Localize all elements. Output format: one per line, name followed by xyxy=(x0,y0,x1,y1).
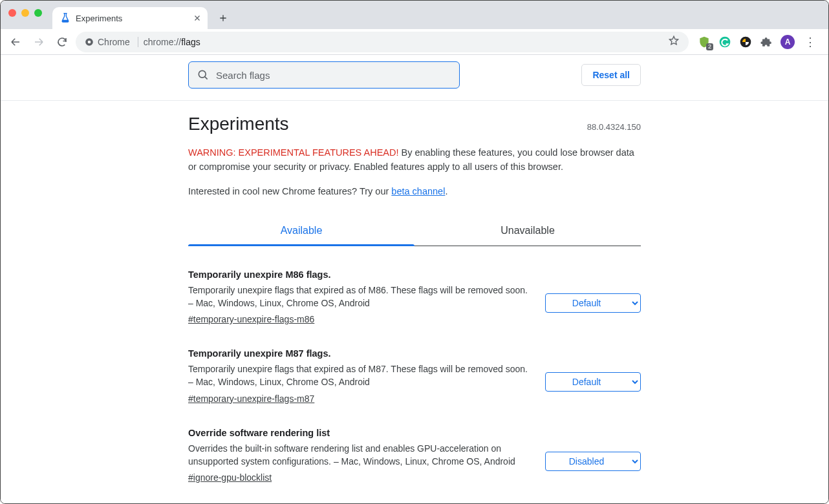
chrome-icon xyxy=(85,37,94,47)
address-bar[interactable]: Chrome chrome://flags xyxy=(76,32,689,52)
flags-tab-bar: Available Unavailable xyxy=(188,217,641,246)
flag-hash-link[interactable]: #ignore-gpu-blocklist xyxy=(188,472,272,483)
warning-text: WARNING: EXPERIMENTAL FEATURES AHEAD! By… xyxy=(188,146,641,174)
url-text: chrome://flags xyxy=(144,37,200,47)
page-title: Experiments xyxy=(188,114,289,134)
bookmark-star-icon[interactable] xyxy=(668,35,680,48)
maximize-window-button[interactable] xyxy=(34,9,42,17)
new-tab-button[interactable] xyxy=(214,9,232,27)
flag-item: Override software rendering listOverride… xyxy=(188,404,641,484)
tab-unavailable[interactable]: Unavailable xyxy=(414,217,641,246)
flag-list: Temporarily unexpire M86 flags.Temporari… xyxy=(188,246,641,505)
extensions-puzzle-icon[interactable] xyxy=(760,36,773,48)
flag-select-wrap: DefaultEnabledDisabled xyxy=(545,348,641,404)
extension-icons: 2 A ⋮ xyxy=(693,35,823,49)
flag-item: Temporarily unexpire M86 flags.Temporari… xyxy=(188,246,641,326)
reset-all-button[interactable]: Reset all xyxy=(581,64,641,86)
flag-hash-link[interactable]: #temporary-unexpire-flags-m86 xyxy=(188,314,314,324)
extension-grammarly-icon[interactable] xyxy=(718,36,731,48)
beta-channel-text: Interested in cool new Chrome features? … xyxy=(188,186,641,196)
flag-description: Temporarily unexpire flags that expired … xyxy=(188,284,532,310)
flag-item: Temporarily unexpire M87 flags.Temporari… xyxy=(188,325,641,404)
toolbar: Chrome chrome://flags 2 A ⋮ xyxy=(1,29,828,55)
flag-title: Override software rendering list xyxy=(188,428,532,438)
tab-available[interactable]: Available xyxy=(188,217,414,246)
search-flags-input[interactable] xyxy=(216,70,451,81)
site-chip: Chrome xyxy=(85,37,138,47)
titlebar: Experiments xyxy=(1,1,828,29)
site-chip-label: Chrome xyxy=(98,37,130,47)
flag-select-wrap: DefaultEnabledDisabled xyxy=(545,428,641,484)
flags-top-row: Reset all xyxy=(188,55,641,92)
beta-channel-link[interactable]: beta channel xyxy=(391,186,445,196)
flag-state-select[interactable]: DefaultEnabledDisabled xyxy=(545,452,641,471)
window-controls xyxy=(8,9,42,17)
profile-avatar[interactable]: A xyxy=(781,35,795,49)
flag-hash-link[interactable]: #temporary-unexpire-flags-m87 xyxy=(188,394,314,404)
flag-state-select[interactable]: DefaultEnabledDisabled xyxy=(545,372,641,392)
extension-shield-icon[interactable]: 2 xyxy=(698,36,711,48)
flag-title: Temporarily unexpire M86 flags. xyxy=(188,269,532,280)
flag-body: Temporarily unexpire M87 flags.Temporari… xyxy=(188,348,532,404)
flag-select-wrap: DefaultEnabledDisabled xyxy=(545,269,641,326)
flask-icon xyxy=(60,13,70,23)
browser-menu-button[interactable]: ⋮ xyxy=(802,35,818,49)
flag-title: Temporarily unexpire M87 flags. xyxy=(188,348,532,359)
flag-item: Accelerated 2D canvasEnables the use of … xyxy=(188,483,641,504)
close-window-button[interactable] xyxy=(8,9,16,17)
version-label: 88.0.4324.150 xyxy=(587,122,641,132)
browser-tab[interactable]: Experiments xyxy=(52,7,208,29)
flag-description: Overrides the built-in software renderin… xyxy=(188,442,532,468)
content: Experiments 88.0.4324.150 WARNING: EXPER… xyxy=(188,101,641,504)
svg-point-1 xyxy=(88,40,91,43)
extension-badge: 2 xyxy=(706,43,713,50)
extension-swirl-icon[interactable] xyxy=(739,36,752,48)
flag-body: Temporarily unexpire M86 flags.Temporari… xyxy=(188,269,532,326)
svg-point-4 xyxy=(199,70,206,78)
reload-button[interactable] xyxy=(52,32,72,52)
flag-state-select[interactable]: DefaultEnabledDisabled xyxy=(545,293,641,313)
back-button[interactable] xyxy=(6,32,25,52)
flag-body: Override software rendering listOverride… xyxy=(188,428,532,484)
minimize-window-button[interactable] xyxy=(21,9,29,17)
forward-button[interactable] xyxy=(29,32,48,52)
page: Reset all Experiments 88.0.4324.150 WARN… xyxy=(1,55,828,504)
tab-title: Experiments xyxy=(76,14,122,23)
search-icon xyxy=(197,68,210,81)
search-flags-field[interactable] xyxy=(188,61,460,89)
flag-description: Temporarily unexpire flags that expired … xyxy=(188,362,532,389)
tab-close-button[interactable] xyxy=(193,13,201,24)
